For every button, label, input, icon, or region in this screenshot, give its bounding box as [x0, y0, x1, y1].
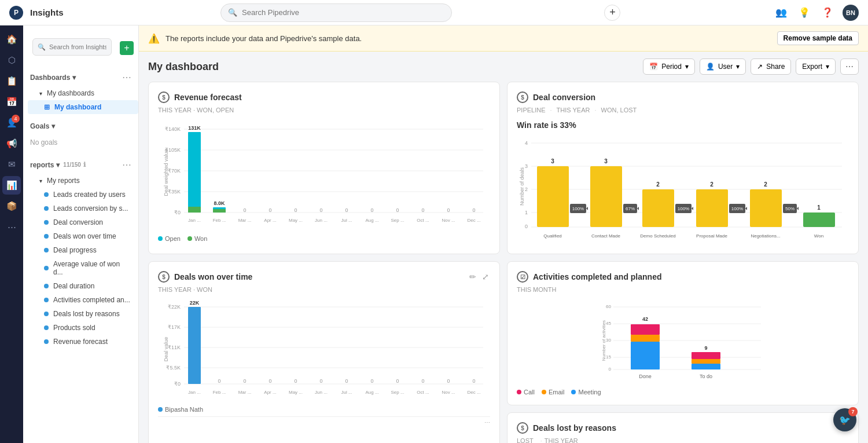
svg-text:131K: 131K: [188, 125, 201, 131]
add-button[interactable]: +: [604, 5, 620, 21]
dashboards-label: Dashboards ▾: [30, 74, 76, 82]
svg-text:2: 2: [710, 181, 713, 188]
chevron-down-icon: ▾: [52, 122, 55, 130]
nav-products[interactable]: 📦: [2, 197, 21, 215]
help-icon[interactable]: ❓: [819, 5, 836, 21]
svg-text:₹17K: ₹17K: [168, 324, 181, 330]
expand-card-button[interactable]: ⤢: [481, 271, 490, 283]
warning-icon: ⚠️: [148, 33, 160, 44]
sidebar-my-reports[interactable]: ▾ My reports: [28, 174, 138, 188]
sidebar-my-dashboard[interactable]: ⊞ My dashboard: [28, 100, 138, 114]
nav-more[interactable]: ⋯: [2, 218, 21, 236]
svg-text:₹5.5K: ₹5.5K: [166, 365, 181, 371]
remove-sample-data-button[interactable]: Remove sample data: [777, 31, 859, 45]
goals-label: Goals ▾: [30, 122, 55, 130]
edit-card-button[interactable]: ✏: [468, 271, 477, 283]
nav-contacts[interactable]: 👤 4: [2, 114, 21, 132]
nav-leads[interactable]: 📋: [2, 72, 21, 90]
svg-text:8.0K: 8.0K: [214, 200, 225, 206]
nav-campaigns[interactable]: 📢: [2, 134, 21, 153]
revenue-meta: THIS YEAR · WON, OPEN: [158, 107, 490, 114]
sidebar-report-leads-users[interactable]: Leads created by users: [28, 188, 138, 202]
sidebar-add-button[interactable]: +: [120, 41, 134, 55]
svg-text:0: 0: [421, 207, 424, 213]
dashboards-more[interactable]: ⋯: [122, 72, 131, 83]
reports-section[interactable]: reports ▾ 11/150 ℹ ⋯: [23, 156, 138, 174]
users-icon[interactable]: 👥: [773, 5, 789, 21]
sidebar-report-activities[interactable]: Activities completed an...: [28, 293, 138, 307]
sidebar-report-deals-lost[interactable]: Deals lost by reasons: [28, 307, 138, 321]
sidebar-report-deals-won[interactable]: Deals won over time: [28, 229, 138, 243]
report-dot: [44, 248, 49, 252]
nav-mail[interactable]: ✉: [2, 155, 21, 174]
nav-calendar[interactable]: 📅: [2, 93, 21, 111]
svg-text:2: 2: [656, 181, 660, 188]
sidebar-my-dashboards[interactable]: ▾ My dashboards: [28, 86, 138, 100]
dashboards-list: ▾ My dashboards ⊞ My dashboard: [23, 86, 138, 114]
sidebar-report-deal-conv[interactable]: Deal conversion: [28, 215, 138, 229]
help-badge: 7: [848, 407, 858, 416]
reports-more[interactable]: ⋯: [122, 159, 131, 170]
svg-marker-71: [745, 207, 747, 210]
help-float-icon: 🐦: [839, 415, 851, 426]
svg-rect-136: [692, 352, 720, 359]
activities-meta: THIS MONTH: [517, 286, 849, 293]
svg-text:Jul ...: Jul ...: [341, 218, 352, 223]
svg-text:₹70K: ₹70K: [168, 168, 181, 174]
svg-rect-52: [537, 166, 569, 227]
sidebar-report-deal-progress[interactable]: Deal progress: [28, 243, 138, 257]
svg-text:Won: Won: [814, 233, 823, 239]
period-button[interactable]: 📅 Period ▾: [643, 58, 695, 75]
svg-rect-14: [188, 207, 201, 213]
help-float-button[interactable]: 🐦 7: [833, 408, 856, 431]
svg-text:Nov ...: Nov ...: [442, 390, 455, 395]
sidebar-report-avg-value[interactable]: Average value of won d...: [28, 257, 138, 279]
svg-text:9: 9: [704, 345, 707, 351]
svg-text:22K: 22K: [190, 300, 200, 306]
chevron-down-icon: ▾: [39, 90, 42, 97]
svg-text:0: 0: [294, 207, 297, 213]
revenue-chart-svg: ₹140K ₹105K ₹70K ₹35K ₹0 Deal weighted v…: [158, 120, 490, 230]
chevron-down-icon: ▾: [56, 161, 60, 169]
svg-text:0: 0: [243, 378, 246, 384]
more-options-button[interactable]: ⋯: [840, 58, 859, 75]
logo: P: [9, 6, 23, 20]
svg-text:Aug ...: Aug ...: [365, 390, 378, 395]
svg-rect-137: [692, 359, 720, 364]
svg-text:30: 30: [606, 338, 611, 343]
nav-insights[interactable]: 📊: [2, 176, 21, 195]
sidebar-search-input[interactable]: [49, 43, 106, 50]
svg-text:Jan ...: Jan ...: [188, 218, 201, 223]
report-dot: [44, 298, 49, 302]
svg-text:0: 0: [609, 367, 612, 372]
sidebar-report-products[interactable]: Products sold: [28, 321, 138, 335]
conversion-icon: $: [517, 91, 528, 103]
lightbulb-icon[interactable]: 💡: [796, 5, 812, 21]
sidebar-report-leads-conv[interactable]: Leads conversion by s...: [28, 202, 138, 215]
global-search: 🔍: [220, 3, 452, 22]
share-button[interactable]: ↗ Share: [751, 58, 791, 75]
card-footer: ⋯: [158, 416, 490, 426]
svg-text:45: 45: [606, 321, 611, 326]
nav-deals[interactable]: ⬡: [2, 51, 21, 69]
svg-text:May ...: May ...: [289, 390, 303, 395]
svg-text:100%: 100%: [678, 206, 689, 211]
sidebar-report-deal-duration[interactable]: Deal duration: [28, 279, 138, 293]
user-filter-button[interactable]: 👤 User ▾: [700, 58, 746, 75]
global-search-input[interactable]: [242, 8, 444, 17]
svg-text:Contact Made: Contact Made: [591, 233, 620, 239]
avatar[interactable]: BN: [843, 5, 859, 21]
sidebar-report-revenue[interactable]: Revenue forecast: [28, 335, 138, 349]
svg-text:2: 2: [764, 181, 767, 188]
nav-home[interactable]: 🏠: [2, 30, 21, 49]
info-icon: ℹ: [83, 161, 86, 169]
svg-rect-132: [631, 324, 660, 335]
svg-text:₹35K: ₹35K: [168, 189, 181, 195]
svg-text:Proposal Made: Proposal Made: [696, 233, 727, 239]
dashboards-section[interactable]: Dashboards ▾ ⋯: [23, 68, 138, 86]
dashboard-actions: 📅 Period ▾ 👤 User ▾ ↗ Share Export ▾: [643, 58, 859, 75]
report-dot: [44, 284, 49, 288]
export-button[interactable]: Export ▾: [796, 58, 836, 75]
deals-won-chart-svg: ₹22K ₹17K ₹11K ₹5.5K ₹0 Deal value 22: [158, 300, 490, 401]
goals-section[interactable]: Goals ▾: [23, 119, 138, 134]
